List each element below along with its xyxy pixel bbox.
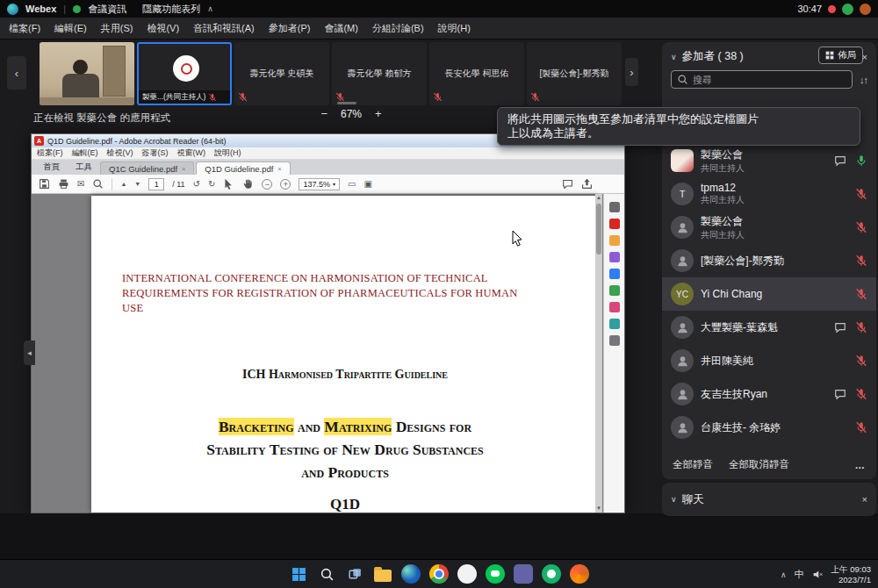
hand-tool-icon[interactable] xyxy=(242,178,254,190)
filmstrip-next-button[interactable]: › xyxy=(625,58,638,86)
hidden-icons-chevron[interactable]: ∧ xyxy=(781,570,787,579)
meeting-info-button[interactable]: 會議資訊 xyxy=(88,3,126,16)
filmstrip-prev-button[interactable]: ‹ xyxy=(7,56,26,90)
menu-file[interactable]: 檔案(F) xyxy=(9,22,40,35)
menu-audio-video[interactable]: 音訊和視訊(A) xyxy=(193,22,255,35)
menu-share[interactable]: 共用(S) xyxy=(101,22,133,35)
zoom-out-icon[interactable]: − xyxy=(262,179,272,190)
mute-all-button[interactable]: 全部靜音 xyxy=(673,458,713,471)
stamp-tool-icon[interactable] xyxy=(609,302,620,312)
search-tool-icon[interactable] xyxy=(609,202,620,212)
undo-rotate-icon[interactable]: ↺ xyxy=(193,179,200,189)
participant-row[interactable]: 井田陳美純 xyxy=(662,344,876,377)
acro-menu-sign[interactable]: 簽署(S) xyxy=(142,147,169,159)
video-tile[interactable]: 壽元化學 賴郁方 xyxy=(332,42,427,105)
taskbar-clock[interactable]: 上午 09:03 2023/7/1 xyxy=(831,564,871,584)
more-tools-icon[interactable] xyxy=(609,335,620,346)
tab-tools[interactable]: 工具 xyxy=(68,160,100,175)
tab-home[interactable]: 首頁 xyxy=(35,160,68,175)
save-icon[interactable] xyxy=(39,178,50,190)
participant-row[interactable]: 台康生技- 余珞婷 xyxy=(662,411,876,444)
sort-participants-icon[interactable]: ↓↑ xyxy=(860,75,867,85)
acro-menu-file[interactable]: 檔案(F) xyxy=(37,147,63,159)
app-icon-white[interactable] xyxy=(457,564,477,584)
taskbar-search-icon[interactable] xyxy=(317,564,336,584)
close-panel-icon[interactable]: × xyxy=(862,494,867,505)
connection-status-icon[interactable] xyxy=(842,4,853,15)
menu-participants[interactable]: 參加者(P) xyxy=(269,22,311,35)
export-pdf-tool-icon[interactable] xyxy=(609,219,620,229)
mic-on-icon[interactable] xyxy=(855,154,867,167)
chat-bubble-icon[interactable] xyxy=(834,388,846,400)
redo-rotate-icon[interactable]: ↻ xyxy=(208,179,215,189)
line-app-icon[interactable] xyxy=(486,564,505,584)
hide-menubar-button[interactable]: 隱藏功能表列 xyxy=(142,3,200,16)
chat-bubble-icon[interactable] xyxy=(834,154,846,167)
edge-icon[interactable] xyxy=(401,564,421,584)
volume-icon[interactable] xyxy=(812,569,824,580)
tab-document-q1c[interactable]: Q1C Guideline.pdf × xyxy=(100,161,194,175)
user-avatar[interactable] xyxy=(860,4,871,15)
comment-icon[interactable] xyxy=(562,178,573,190)
comment-tool-icon[interactable] xyxy=(609,235,620,246)
task-view-icon[interactable] xyxy=(345,564,364,584)
participant-row[interactable]: T tpma12共同主持人 xyxy=(662,177,876,211)
acro-menu-edit[interactable]: 編輯(E) xyxy=(72,147,98,159)
email-icon[interactable]: ✉ xyxy=(77,179,84,189)
edit-pdf-tool-icon[interactable] xyxy=(609,252,620,262)
mic-muted-icon[interactable] xyxy=(855,355,867,367)
video-tile-active-presenter[interactable]: 製藥...(共同主持人) xyxy=(137,42,232,105)
fit-page-icon[interactable]: ▣ xyxy=(363,179,371,189)
file-explorer-icon[interactable] xyxy=(373,564,392,584)
chevron-down-icon[interactable]: ∨ xyxy=(671,53,677,61)
participant-row[interactable]: 製藥公會共同主持人 xyxy=(662,144,876,177)
page-up-icon[interactable]: ▲ xyxy=(120,181,126,187)
tab-close-icon[interactable]: × xyxy=(277,166,281,172)
vertical-scrollbar[interactable]: ▲ ▼ xyxy=(595,194,602,513)
scrollbar-thumb[interactable] xyxy=(596,204,601,255)
webex-app-icon[interactable] xyxy=(542,564,561,584)
participant-row[interactable]: 友吉生技Ryan xyxy=(662,377,876,411)
mic-muted-icon[interactable] xyxy=(855,388,867,400)
video-tile[interactable]: 長安化學 柯思佑 xyxy=(429,42,524,105)
mic-muted-icon[interactable] xyxy=(855,288,867,300)
chevron-down-icon[interactable]: ∨ xyxy=(671,495,677,504)
zoom-out-button[interactable]: − xyxy=(320,107,327,120)
collapse-stage-arrow[interactable]: ◂ xyxy=(24,341,35,365)
chrome-icon[interactable] xyxy=(429,564,449,584)
menu-help[interactable]: 說明(H) xyxy=(438,22,471,35)
ime-indicator[interactable]: 中 xyxy=(795,568,804,581)
zoom-select[interactable]: 137.5% ▾ xyxy=(299,178,340,190)
zoom-in-button[interactable]: + xyxy=(375,107,382,120)
more-options-icon[interactable]: … xyxy=(855,460,867,470)
tab-close-icon[interactable]: × xyxy=(182,166,185,172)
share-file-icon[interactable] xyxy=(581,178,593,190)
acro-menu-view[interactable]: 檢視(V) xyxy=(107,147,133,159)
find-icon[interactable] xyxy=(92,178,104,190)
zoom-drag-handle[interactable] xyxy=(337,102,356,104)
participant-search-input[interactable] xyxy=(671,70,853,89)
participant-row[interactable]: [製藥公會]-鄭秀勤 xyxy=(662,244,876,277)
zoom-in-icon[interactable]: + xyxy=(280,179,291,190)
layout-button[interactable]: 佈局 xyxy=(818,47,863,64)
mic-muted-icon[interactable] xyxy=(855,188,867,200)
tab-document-q1d[interactable]: Q1D Guideline.pdf × xyxy=(196,161,290,175)
mic-muted-icon[interactable] xyxy=(855,255,867,267)
select-tool-icon[interactable] xyxy=(223,178,234,190)
unmute-all-button[interactable]: 全部取消靜音 xyxy=(729,458,789,471)
menu-edit[interactable]: 編輯(E) xyxy=(54,22,87,35)
fit-width-icon[interactable]: ▭ xyxy=(348,179,356,189)
participant-row[interactable]: YC Yi Chi Chang xyxy=(662,277,876,311)
chat-panel-header[interactable]: ∨ 聊天 × xyxy=(662,483,876,516)
teams-icon[interactable] xyxy=(514,564,533,584)
video-tile[interactable]: [製藥公會]-鄭秀勤 xyxy=(527,42,622,105)
firefox-icon[interactable] xyxy=(570,564,589,584)
menu-meeting[interactable]: 會議(M) xyxy=(324,22,358,35)
start-button-icon[interactable] xyxy=(289,564,308,584)
menu-view[interactable]: 檢視(V) xyxy=(147,22,179,35)
mic-muted-icon[interactable] xyxy=(855,321,867,333)
mic-muted-icon[interactable] xyxy=(855,421,867,434)
participant-row[interactable]: 大豐製藥-葉森魁 xyxy=(662,311,876,344)
scroll-down-arrow[interactable]: ▼ xyxy=(595,505,602,513)
acro-menu-window[interactable]: 視窗(W) xyxy=(177,147,206,159)
